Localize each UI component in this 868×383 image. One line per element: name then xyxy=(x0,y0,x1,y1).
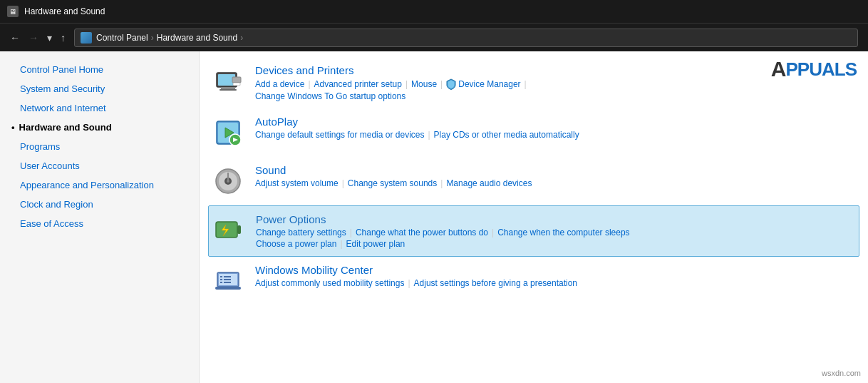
link-edit-power-plan[interactable]: Edit power plan xyxy=(346,239,405,249)
sidebar-item-user-accounts[interactable]: User Accounts xyxy=(0,156,199,175)
main-layout: Control Panel Home System and Security N… xyxy=(0,51,868,383)
recent-locations-button[interactable]: ▾ xyxy=(43,29,56,46)
link-manage-audio[interactable]: Manage audio devices xyxy=(446,178,532,188)
link-play-cds[interactable]: Play CDs or other media automatically xyxy=(434,130,579,140)
svg-rect-23 xyxy=(224,279,231,280)
sidebar-item-system-and-security[interactable]: System and Security xyxy=(0,79,199,98)
devices-links-row2: Change Windows To Go startup options xyxy=(255,91,857,101)
autoplay-content: AutoPlay Change default settings for med… xyxy=(255,116,857,140)
watermark: A PPUALS xyxy=(771,57,857,81)
svg-rect-22 xyxy=(220,279,222,280)
link-presentation-settings[interactable]: Adjust settings before giving a presenta… xyxy=(414,278,577,288)
content-area: A PPUALS Devices and Printers xyxy=(200,51,868,383)
link-windows-to-go[interactable]: Change Windows To Go startup options xyxy=(255,91,405,101)
autoplay-title[interactable]: AutoPlay xyxy=(255,116,857,128)
section-devices-and-printers: Devices and Printers Add a device | Adva… xyxy=(211,57,857,108)
power-links-row2: Choose a power plan | Edit power plan xyxy=(256,239,856,249)
sidebar-item-hardware-and-sound[interactable]: Hardware and Sound xyxy=(0,118,199,137)
svg-rect-16 xyxy=(237,225,241,234)
title-bar: 🖥 Hardware and Sound xyxy=(0,0,868,23)
link-add-device[interactable]: Add a device xyxy=(255,79,304,89)
sidebar-item-clock-and-region[interactable]: Clock and Region xyxy=(0,195,199,214)
site-watermark: wsxdn.com xyxy=(822,369,861,377)
power-icon xyxy=(212,213,246,247)
address-hardware-sound[interactable]: Hardware and Sound xyxy=(157,33,237,43)
link-device-manager[interactable]: Device Manager xyxy=(458,79,520,89)
svg-rect-4 xyxy=(232,77,241,83)
sidebar-item-control-panel-home[interactable]: Control Panel Home xyxy=(0,60,199,79)
link-change-system-sounds[interactable]: Change system sounds xyxy=(348,178,437,188)
address-bar: Control Panel › Hardware and Sound › xyxy=(74,29,858,47)
link-choose-power-plan[interactable]: Choose a power plan xyxy=(256,239,336,249)
sidebar-item-network-and-internet[interactable]: Network and Internet xyxy=(0,98,199,118)
svg-rect-26 xyxy=(215,287,241,290)
forward-button[interactable]: → xyxy=(24,29,43,46)
link-power-buttons[interactable]: Change what the power buttons do xyxy=(356,228,488,238)
sound-content: Sound Adjust system volume | Change syst… xyxy=(255,164,857,188)
link-change-default-settings[interactable]: Change default settings for media or dev… xyxy=(255,130,424,140)
svg-rect-2 xyxy=(221,87,235,89)
address-control-panel[interactable]: Control Panel xyxy=(96,33,148,43)
sound-icon xyxy=(211,164,245,198)
address-icon xyxy=(81,32,92,44)
link-change-battery[interactable]: Change battery settings xyxy=(256,228,346,238)
svg-rect-5 xyxy=(233,83,240,86)
up-button[interactable]: ↑ xyxy=(56,29,70,46)
app-icon: 🖥 xyxy=(7,6,19,17)
mobility-content: Windows Mobility Center Adjust commonly … xyxy=(255,264,857,288)
mobility-icon xyxy=(211,264,245,298)
shield-icon xyxy=(446,78,456,90)
section-mobility-center: Windows Mobility Center Adjust commonly … xyxy=(211,257,857,305)
svg-rect-24 xyxy=(220,282,222,283)
sidebar-item-ease-of-access[interactable]: Ease of Access xyxy=(0,214,199,233)
sidebar: Control Panel Home System and Security N… xyxy=(0,51,200,383)
address-sep-1: › xyxy=(151,33,154,43)
svg-rect-21 xyxy=(224,276,231,277)
devices-links: Add a device | Advanced printer setup | … xyxy=(255,78,857,90)
link-advanced-printer[interactable]: Advanced printer setup xyxy=(314,79,402,89)
power-content: Power Options Change battery settings | … xyxy=(256,213,856,249)
sound-title[interactable]: Sound xyxy=(255,164,857,176)
link-mobility-settings[interactable]: Adjust commonly used mobility settings xyxy=(255,278,404,288)
svg-rect-20 xyxy=(220,276,222,277)
sidebar-item-programs[interactable]: Programs xyxy=(0,137,199,156)
autoplay-icon xyxy=(211,116,245,150)
devices-content: Devices and Printers Add a device | Adva… xyxy=(255,64,857,101)
mobility-title[interactable]: Windows Mobility Center xyxy=(255,264,857,276)
autoplay-links: Change default settings for media or dev… xyxy=(255,130,857,140)
section-autoplay: AutoPlay Change default settings for med… xyxy=(211,108,857,157)
devices-title[interactable]: Devices and Printers xyxy=(255,64,857,76)
address-sep-2: › xyxy=(240,33,243,43)
back-button[interactable]: ← xyxy=(6,29,24,46)
section-sound: Sound Adjust system volume | Change syst… xyxy=(211,157,857,205)
devices-icon xyxy=(211,64,245,98)
power-title[interactable]: Power Options xyxy=(256,213,856,225)
svg-rect-3 xyxy=(219,89,237,91)
link-adjust-volume[interactable]: Adjust system volume xyxy=(255,178,339,188)
power-links-row1: Change battery settings | Change what th… xyxy=(256,228,856,238)
link-mouse[interactable]: Mouse xyxy=(411,79,437,89)
svg-rect-25 xyxy=(224,282,231,283)
sidebar-item-appearance-and-personalization[interactable]: Appearance and Personalization xyxy=(0,175,199,195)
sound-links: Adjust system volume | Change system sou… xyxy=(255,178,857,188)
mobility-links: Adjust commonly used mobility settings |… xyxy=(255,278,857,288)
nav-bar: ← → ▾ ↑ Control Panel › Hardware and Sou… xyxy=(0,23,868,51)
link-computer-sleeps[interactable]: Change when the computer sleeps xyxy=(497,228,629,238)
window-title: Hardware and Sound xyxy=(24,6,105,16)
section-power-options: Power Options Change battery settings | … xyxy=(208,205,859,257)
